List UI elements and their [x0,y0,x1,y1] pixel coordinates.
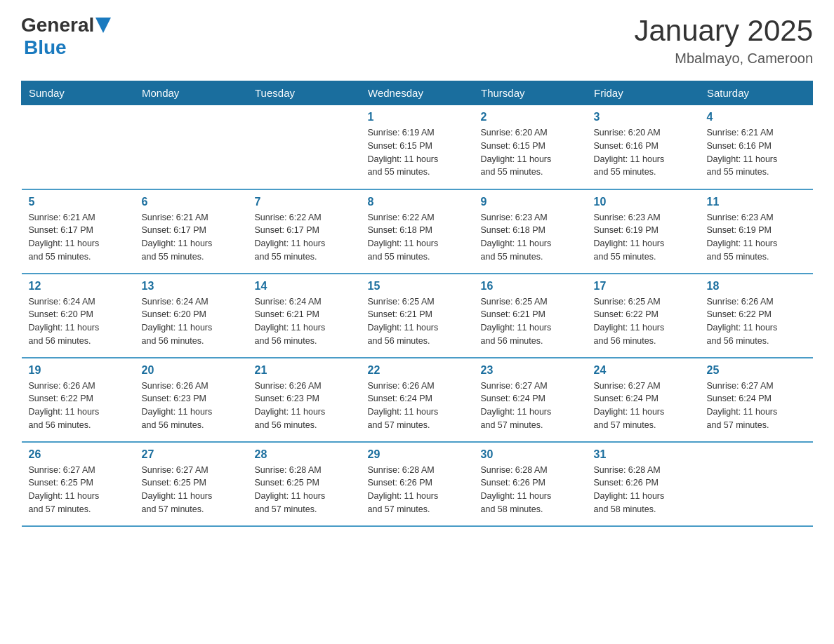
table-row: 2Sunrise: 6:20 AMSunset: 6:15 PMDaylight… [474,105,587,189]
logo: General Blue [21,14,111,59]
day-number: 25 [707,364,806,377]
calendar-table: Sunday Monday Tuesday Wednesday Thursday… [21,81,813,527]
day-number: 24 [594,364,693,377]
col-wednesday: Wednesday [361,81,474,105]
day-number: 20 [142,364,241,377]
table-row: 23Sunrise: 6:27 AMSunset: 6:24 PMDayligh… [474,358,587,442]
table-row: 11Sunrise: 6:23 AMSunset: 6:19 PMDayligh… [700,189,813,274]
table-row: 29Sunrise: 6:28 AMSunset: 6:26 PMDayligh… [361,442,474,526]
day-number: 14 [255,280,354,293]
day-info: Sunrise: 6:25 AMSunset: 6:21 PMDaylight:… [368,295,467,348]
table-row [248,105,361,189]
day-number: 6 [142,196,241,208]
col-monday: Monday [135,81,248,105]
day-number: 2 [481,111,580,123]
day-info: Sunrise: 6:27 AMSunset: 6:24 PMDaylight:… [707,380,806,432]
table-row: 7Sunrise: 6:22 AMSunset: 6:17 PMDaylight… [248,189,361,274]
day-info: Sunrise: 6:27 AMSunset: 6:25 PMDaylight:… [29,464,128,516]
table-row: 16Sunrise: 6:25 AMSunset: 6:21 PMDayligh… [474,274,587,358]
day-number: 28 [255,448,354,461]
table-row: 26Sunrise: 6:27 AMSunset: 6:25 PMDayligh… [22,442,135,526]
table-row: 12Sunrise: 6:24 AMSunset: 6:20 PMDayligh… [22,274,135,358]
table-row: 22Sunrise: 6:26 AMSunset: 6:24 PMDayligh… [361,358,474,442]
day-number: 22 [368,364,467,377]
day-info: Sunrise: 6:26 AMSunset: 6:23 PMDaylight:… [255,380,354,432]
table-row: 4Sunrise: 6:21 AMSunset: 6:16 PMDaylight… [700,105,813,189]
day-info: Sunrise: 6:24 AMSunset: 6:21 PMDaylight:… [255,295,354,348]
logo-blue-text: Blue [24,36,67,59]
day-info: Sunrise: 6:21 AMSunset: 6:17 PMDaylight:… [29,211,128,264]
logo-icon [95,18,111,33]
table-row: 24Sunrise: 6:27 AMSunset: 6:24 PMDayligh… [587,358,700,442]
day-info: Sunrise: 6:27 AMSunset: 6:24 PMDaylight:… [594,380,693,432]
calendar-header-row: Sunday Monday Tuesday Wednesday Thursday… [22,81,813,105]
calendar-subtitle: Mbalmayo, Cameroon [634,51,813,67]
col-tuesday: Tuesday [248,81,361,105]
page-header: General Blue January 2025 Mbalmayo, Came… [21,14,813,67]
day-number: 12 [29,280,128,293]
table-row: 3Sunrise: 6:20 AMSunset: 6:16 PMDaylight… [587,105,700,189]
day-info: Sunrise: 6:28 AMSunset: 6:25 PMDaylight:… [255,464,354,516]
day-info: Sunrise: 6:25 AMSunset: 6:22 PMDaylight:… [594,295,693,348]
day-number: 15 [368,280,467,293]
table-row: 20Sunrise: 6:26 AMSunset: 6:23 PMDayligh… [135,358,248,442]
day-info: Sunrise: 6:27 AMSunset: 6:25 PMDaylight:… [142,464,241,516]
day-number: 19 [29,364,128,377]
day-number: 29 [368,448,467,461]
table-row: 21Sunrise: 6:26 AMSunset: 6:23 PMDayligh… [248,358,361,442]
day-number: 17 [594,280,693,293]
day-number: 3 [594,111,693,123]
day-info: Sunrise: 6:26 AMSunset: 6:24 PMDaylight:… [368,380,467,432]
day-info: Sunrise: 6:26 AMSunset: 6:23 PMDaylight:… [142,380,241,432]
day-number: 21 [255,364,354,377]
svg-marker-0 [95,18,111,33]
table-row: 10Sunrise: 6:23 AMSunset: 6:19 PMDayligh… [587,189,700,274]
table-row: 15Sunrise: 6:25 AMSunset: 6:21 PMDayligh… [361,274,474,358]
day-number: 27 [142,448,241,461]
col-friday: Friday [587,81,700,105]
day-number: 18 [707,280,806,293]
table-row: 30Sunrise: 6:28 AMSunset: 6:26 PMDayligh… [474,442,587,526]
day-number: 1 [368,111,467,123]
table-row: 25Sunrise: 6:27 AMSunset: 6:24 PMDayligh… [700,358,813,442]
calendar-week-row: 19Sunrise: 6:26 AMSunset: 6:22 PMDayligh… [22,358,813,442]
calendar-week-row: 1Sunrise: 6:19 AMSunset: 6:15 PMDaylight… [22,105,813,189]
day-info: Sunrise: 6:23 AMSunset: 6:19 PMDaylight:… [594,211,693,264]
day-info: Sunrise: 6:28 AMSunset: 6:26 PMDaylight:… [481,464,580,516]
day-number: 5 [29,196,128,208]
table-row: 8Sunrise: 6:22 AMSunset: 6:18 PMDaylight… [361,189,474,274]
day-number: 7 [255,196,354,208]
table-row: 31Sunrise: 6:28 AMSunset: 6:26 PMDayligh… [587,442,700,526]
table-row: 5Sunrise: 6:21 AMSunset: 6:17 PMDaylight… [22,189,135,274]
table-row: 14Sunrise: 6:24 AMSunset: 6:21 PMDayligh… [248,274,361,358]
table-row: 9Sunrise: 6:23 AMSunset: 6:18 PMDaylight… [474,189,587,274]
table-row: 1Sunrise: 6:19 AMSunset: 6:15 PMDaylight… [361,105,474,189]
calendar-week-row: 5Sunrise: 6:21 AMSunset: 6:17 PMDaylight… [22,189,813,274]
table-row: 6Sunrise: 6:21 AMSunset: 6:17 PMDaylight… [135,189,248,274]
day-info: Sunrise: 6:27 AMSunset: 6:24 PMDaylight:… [481,380,580,432]
day-number: 23 [481,364,580,377]
day-info: Sunrise: 6:23 AMSunset: 6:18 PMDaylight:… [481,211,580,264]
day-info: Sunrise: 6:28 AMSunset: 6:26 PMDaylight:… [368,464,467,516]
table-row: 27Sunrise: 6:27 AMSunset: 6:25 PMDayligh… [135,442,248,526]
day-number: 8 [368,196,467,208]
calendar-week-row: 12Sunrise: 6:24 AMSunset: 6:20 PMDayligh… [22,274,813,358]
day-info: Sunrise: 6:22 AMSunset: 6:17 PMDaylight:… [255,211,354,264]
day-info: Sunrise: 6:26 AMSunset: 6:22 PMDaylight:… [29,380,128,432]
day-info: Sunrise: 6:19 AMSunset: 6:15 PMDaylight:… [368,126,467,179]
day-number: 13 [142,280,241,293]
day-number: 31 [594,448,693,461]
day-info: Sunrise: 6:22 AMSunset: 6:18 PMDaylight:… [368,211,467,264]
day-number: 9 [481,196,580,208]
day-number: 26 [29,448,128,461]
calendar-week-row: 26Sunrise: 6:27 AMSunset: 6:25 PMDayligh… [22,442,813,526]
calendar-title: January 2025 [634,14,813,48]
day-info: Sunrise: 6:21 AMSunset: 6:17 PMDaylight:… [142,211,241,264]
table-row: 13Sunrise: 6:24 AMSunset: 6:20 PMDayligh… [135,274,248,358]
table-row: 17Sunrise: 6:25 AMSunset: 6:22 PMDayligh… [587,274,700,358]
title-section: January 2025 Mbalmayo, Cameroon [634,14,813,67]
day-info: Sunrise: 6:23 AMSunset: 6:19 PMDaylight:… [707,211,806,264]
day-info: Sunrise: 6:21 AMSunset: 6:16 PMDaylight:… [707,126,806,179]
day-number: 30 [481,448,580,461]
day-info: Sunrise: 6:20 AMSunset: 6:16 PMDaylight:… [594,126,693,179]
